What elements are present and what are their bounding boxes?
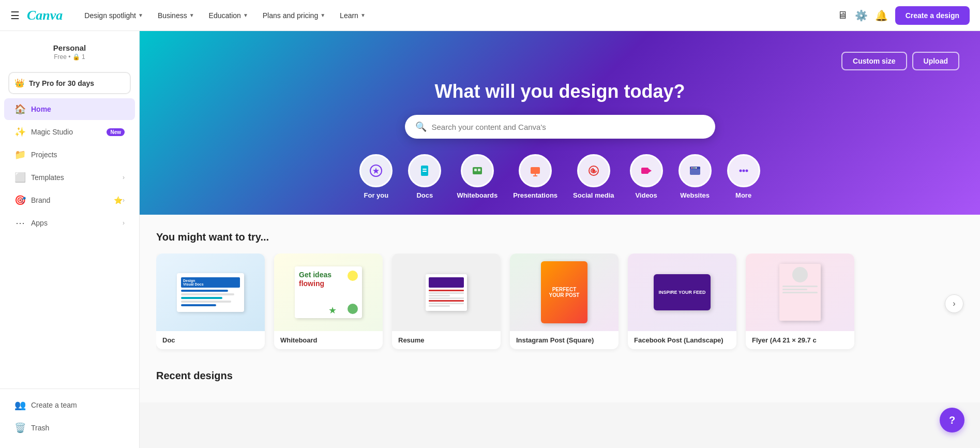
nav-links: Design spotlight ▼ Business ▼ Education … — [78, 7, 837, 24]
wb-mock: Get ideasflowing ★ — [295, 266, 362, 318]
category-for-you[interactable]: For you — [359, 154, 393, 199]
hero-categories: For you Docs Whiteboards — [160, 154, 959, 199]
hero-banner: Custom size Upload What will you design … — [140, 31, 980, 215]
insta-mock: PERFECT YOUR POST — [541, 261, 587, 323]
flyer-card-label: Flyer (A4 21 × 29.7 c — [746, 331, 854, 349]
svg-point-16 — [691, 167, 692, 169]
brand-icon: 🎯 — [14, 195, 26, 206]
chevron-right-icon: › — [123, 197, 125, 204]
flyer-card[interactable]: Flyer (A4 21 × 29.7 c — [746, 253, 854, 349]
category-social-media[interactable]: Social media — [573, 154, 614, 199]
sidebar-item-magic-studio[interactable]: ✨ Magic Studio New — [4, 121, 135, 143]
svg-point-18 — [695, 167, 697, 169]
flyer-card-thumbnail — [746, 253, 854, 331]
resume-mock — [426, 274, 467, 311]
instagram-card-label: Instagram Post (Square) — [510, 331, 619, 349]
magic-studio-icon: ✨ — [14, 126, 26, 138]
facebook-card[interactable]: INSPIRE YOUR FEED Facebook Post (Landsca… — [628, 253, 736, 349]
nav-link-learn[interactable]: Learn ▼ — [334, 7, 372, 24]
search-input[interactable] — [432, 123, 705, 131]
svg-rect-12 — [641, 168, 649, 174]
nav-link-plans-pricing[interactable]: Plans and pricing ▼ — [257, 7, 331, 24]
category-docs[interactable]: Docs — [408, 154, 441, 199]
videos-icon — [630, 154, 663, 187]
next-cards-button[interactable]: › — [945, 294, 963, 313]
resume-card-label: Resume — [392, 331, 501, 349]
whiteboard-card[interactable]: Get ideasflowing ★ Whiteboard — [274, 253, 383, 349]
try-pro-button[interactable]: 👑 Try Pro for 30 days — [8, 72, 131, 94]
home-icon: 🏠 — [14, 103, 26, 115]
svg-rect-6 — [478, 169, 480, 171]
upload-button[interactable]: Upload — [912, 52, 959, 70]
category-videos[interactable]: Videos — [630, 154, 663, 199]
sidebar-item-templates[interactable]: ⬜ Templates › — [4, 167, 135, 188]
nav-link-design-spotlight[interactable]: Design spotlight ▼ — [78, 7, 149, 24]
instagram-card[interactable]: PERFECT YOUR POST Instagram Post (Square… — [510, 253, 619, 349]
settings-gear-icon[interactable]: ⚙️ — [855, 9, 868, 22]
notifications-bell-icon[interactable]: 🔔 — [875, 9, 888, 22]
hero-search-bar[interactable]: 🔍 — [405, 115, 715, 139]
presentations-icon — [519, 154, 552, 187]
sidebar: Personal Free • 🔒 1 👑 Try Pro for 30 day… — [0, 31, 140, 448]
hero-top-actions: Custom size Upload — [160, 52, 959, 70]
sidebar-item-trash[interactable]: 🗑️ Trash — [4, 417, 135, 439]
projects-icon: 📁 — [14, 149, 26, 160]
nav-link-business[interactable]: Business ▼ — [152, 7, 201, 24]
svg-rect-5 — [474, 169, 477, 171]
create-design-button[interactable]: Create a design — [895, 6, 970, 25]
wb-dot1 — [348, 271, 358, 281]
main-content: Custom size Upload What will you design … — [140, 31, 980, 448]
trash-icon: 🗑️ — [14, 422, 26, 434]
svg-point-11 — [592, 169, 595, 172]
svg-point-19 — [739, 170, 742, 172]
sidebar-navigation: 🏠 Home ✨ Magic Studio New 📁 Projects ⬜ T… — [0, 97, 139, 389]
sidebar-item-brand[interactable]: 🎯 Brand ⭐ › — [4, 189, 135, 211]
nav-right-actions: 🖥 ⚙️ 🔔 Create a design — [837, 6, 970, 25]
flyer-circle — [792, 267, 808, 282]
resume-card[interactable]: Resume — [392, 253, 501, 349]
chevron-down-icon: ▼ — [320, 12, 325, 18]
svg-point-20 — [742, 170, 745, 172]
category-presentations[interactable]: Presentations — [513, 154, 557, 199]
sidebar-username: Personal — [10, 43, 129, 52]
content-section: You might want to try... DesignVisual Do… — [140, 215, 980, 402]
doc-mock: DesignVisual Docs — [177, 273, 244, 312]
resume-card-thumbnail — [392, 253, 501, 331]
sidebar-bottom: 👥 Create a team 🗑️ Trash — [0, 389, 139, 440]
help-button[interactable]: ? — [940, 408, 964, 432]
canva-logo[interactable]: Canva — [27, 8, 63, 23]
monitor-icon[interactable]: 🖥 — [837, 9, 848, 21]
category-more[interactable]: More — [727, 154, 760, 199]
facebook-card-label: Facebook Post (Landscape) — [628, 331, 736, 349]
menu-hamburger-icon[interactable]: ☰ — [10, 9, 20, 22]
chevron-down-icon: ▼ — [360, 12, 366, 18]
websites-icon — [679, 154, 712, 187]
category-websites[interactable]: Websites — [679, 154, 712, 199]
whiteboard-card-thumbnail: Get ideasflowing ★ — [274, 253, 383, 331]
category-whiteboards[interactable]: Whiteboards — [457, 154, 497, 199]
nav-link-education[interactable]: Education ▼ — [203, 7, 254, 24]
hero-title: What will you design today? — [160, 81, 959, 102]
new-badge: New — [107, 128, 125, 136]
sidebar-user-section: Personal Free • 🔒 1 — [0, 39, 139, 69]
wb-star: ★ — [328, 305, 337, 316]
wb-dot2 — [348, 304, 358, 314]
sidebar-item-create-team[interactable]: 👥 Create a team — [4, 394, 135, 416]
doc-card[interactable]: DesignVisual Docs Doc — [156, 253, 265, 349]
instagram-card-thumbnail: PERFECT YOUR POST — [510, 253, 619, 331]
svg-rect-7 — [531, 167, 540, 174]
search-icon: 🔍 — [415, 121, 427, 132]
sidebar-item-projects[interactable]: 📁 Projects — [4, 144, 135, 166]
svg-rect-3 — [423, 171, 427, 172]
cards-row: DesignVisual Docs Doc — [156, 253, 941, 353]
facebook-card-thumbnail: INSPIRE YOUR FEED — [628, 253, 736, 331]
sidebar-item-home[interactable]: 🏠 Home — [4, 98, 135, 120]
svg-point-17 — [693, 167, 695, 169]
svg-rect-2 — [423, 169, 427, 170]
main-layout: Personal Free • 🔒 1 👑 Try Pro for 30 day… — [0, 31, 980, 448]
more-icon — [727, 154, 760, 187]
social-media-icon — [577, 154, 610, 187]
sidebar-item-apps[interactable]: ⋯ Apps › — [4, 212, 135, 234]
chevron-right-icon: › — [123, 174, 125, 181]
custom-size-button[interactable]: Custom size — [841, 52, 907, 70]
